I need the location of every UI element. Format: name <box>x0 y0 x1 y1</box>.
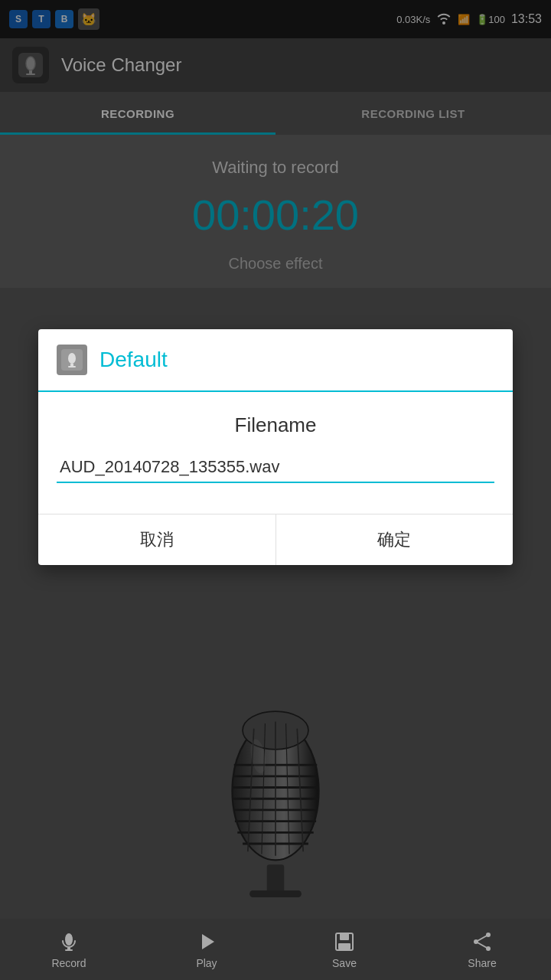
play-icon <box>194 929 219 954</box>
svg-line-36 <box>476 935 488 942</box>
svg-rect-32 <box>338 943 350 949</box>
nav-save[interactable]: Save <box>306 929 383 969</box>
filename-input[interactable] <box>57 452 494 483</box>
svg-rect-28 <box>65 949 73 951</box>
dialog-effect-name: Default <box>99 348 168 372</box>
nav-record-label: Record <box>51 957 86 969</box>
cancel-button[interactable]: 取消 <box>38 514 276 565</box>
nav-save-label: Save <box>332 957 357 969</box>
nav-play-label: Play <box>196 957 217 969</box>
svg-rect-31 <box>340 933 349 940</box>
dialog-effect-icon <box>57 345 87 375</box>
svg-marker-29 <box>202 934 214 949</box>
svg-rect-7 <box>68 366 76 368</box>
nav-share[interactable]: Share <box>444 929 520 969</box>
svg-line-37 <box>476 942 488 949</box>
nav-share-label: Share <box>468 957 496 969</box>
bottom-nav: Record Play Save <box>0 919 551 980</box>
dialog-body: Filename <box>38 392 513 495</box>
svg-point-5 <box>68 353 76 364</box>
svg-point-26 <box>65 933 73 946</box>
save-icon <box>332 929 357 954</box>
mic-icon <box>57 929 81 954</box>
dialog-actions: 取消 确定 <box>38 514 513 565</box>
confirm-button[interactable]: 确定 <box>276 514 514 565</box>
filename-dialog: Default Filename 取消 确定 <box>38 329 513 565</box>
dialog-header: Default <box>38 329 513 392</box>
share-icon <box>470 929 494 954</box>
nav-play[interactable]: Play <box>168 929 245 969</box>
nav-record[interactable]: Record <box>31 929 107 969</box>
dialog-filename-label: Filename <box>57 413 494 437</box>
